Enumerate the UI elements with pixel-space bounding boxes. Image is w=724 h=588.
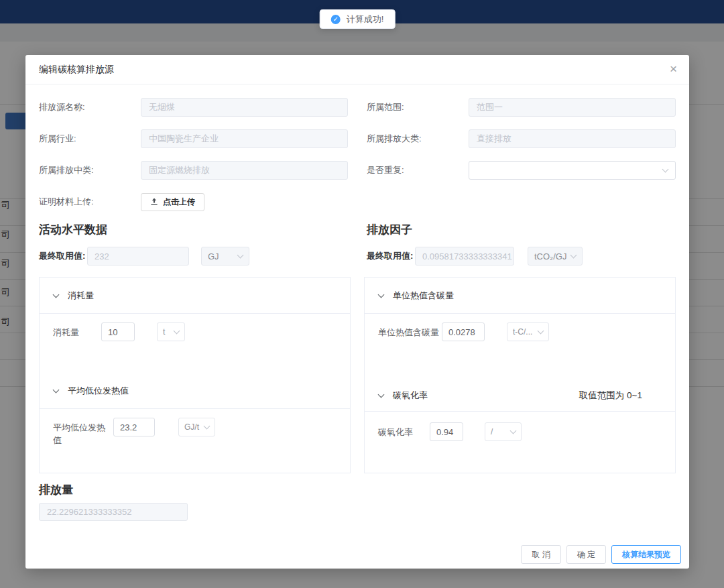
activity-data-heading: 活动水平数据	[39, 222, 348, 237]
chevron-down-icon	[237, 252, 244, 259]
chevron-down-icon	[378, 391, 385, 398]
activity-collapse: 消耗量 消耗量 t	[39, 277, 351, 473]
major-category-label: 所属排放大类:	[367, 133, 469, 145]
emission-amount-input: 22.229621333333352	[39, 503, 188, 521]
upload-label: 证明材料上传:	[39, 196, 141, 208]
oxidation-rate-input[interactable]	[430, 422, 463, 441]
collapse-title: 消耗量	[68, 290, 94, 302]
chevron-down-icon	[510, 428, 517, 434]
cancel-button[interactable]: 取 消	[521, 545, 560, 564]
major-category-input: 直接排放	[469, 129, 676, 148]
factor-final-row: 最终取用值: 0.09581733333333341 tCO₂/GJ	[367, 247, 676, 266]
consumption-unit-select[interactable]: t	[157, 322, 185, 341]
emission-factor-heading: 排放因子	[367, 222, 676, 237]
carbon-content-label: 单位热值含碳量	[378, 322, 442, 339]
chevron-down-icon	[174, 328, 180, 335]
source-name-label: 排放源名称:	[39, 101, 141, 113]
chevron-down-icon	[204, 423, 210, 430]
field-major-category: 所属排放大类: 直接排放	[367, 129, 676, 148]
dialog-footer: 取 消 确 定 核算结果预览	[521, 545, 681, 564]
mid-category-label: 所属排放中类:	[39, 164, 141, 176]
field-is-duplicate: 是否重复:	[367, 161, 676, 180]
factor-final-label: 最终取用值:	[367, 250, 415, 262]
chevron-down-icon	[570, 252, 577, 259]
source-name-input: 无烟煤	[141, 98, 348, 117]
dialog-title: 编辑碳核算排放源	[39, 64, 114, 76]
upload-button[interactable]: 点击上传	[141, 193, 204, 211]
oxidation-rate-hint: 取值范围为 0~1	[579, 390, 642, 402]
activity-final-label: 最终取用值:	[39, 250, 87, 262]
field-industry: 所属行业: 中国陶瓷生产企业	[39, 129, 348, 148]
collapse-header-heating-value[interactable]: 平均低位发热值	[40, 373, 350, 409]
factor-final-unit-select: tCO₂/GJ	[528, 247, 583, 266]
collapse-header-oxidation-rate[interactable]: 碳氧化率 取值范围为 0~1	[365, 379, 675, 412]
heating-value-input[interactable]	[113, 418, 155, 436]
industry-input: 中国陶瓷生产企业	[141, 129, 348, 148]
oxidation-rate-unit-select[interactable]: /	[485, 422, 522, 441]
dialog-header: 编辑碳核算排放源 ×	[25, 55, 689, 84]
oxidation-rate-label: 碳氧化率	[378, 422, 430, 438]
collapse-header-consumption[interactable]: 消耗量	[40, 278, 350, 314]
is-duplicate-label: 是否重复:	[367, 164, 469, 176]
activity-final-input: 232	[87, 247, 189, 266]
close-icon[interactable]: ×	[670, 61, 677, 77]
consumption-label: 消耗量	[53, 322, 101, 339]
industry-label: 所属行业:	[39, 133, 141, 145]
collapse-title: 单位热值含碳量	[393, 290, 454, 302]
chevron-down-icon	[378, 291, 385, 298]
chevron-down-icon	[53, 291, 60, 298]
collapse-title: 平均低位发热值	[68, 385, 129, 397]
result-preview-button[interactable]: 核算结果预览	[611, 545, 681, 564]
activity-final-row: 最终取用值: 232 GJ	[39, 247, 348, 266]
field-mid-category: 所属排放中类: 固定源燃烧排放	[39, 161, 348, 180]
check-circle-icon: ✓	[331, 15, 341, 24]
success-toast: ✓ 计算成功!	[320, 9, 396, 29]
confirm-button[interactable]: 确 定	[566, 545, 606, 564]
chevron-down-icon	[538, 328, 544, 335]
factor-final-input: 0.09581733333333341	[415, 247, 514, 266]
carbon-content-unit-select[interactable]: t-C/...	[507, 322, 549, 341]
toast-message: 计算成功!	[347, 13, 384, 25]
scope-input: 范围一	[469, 98, 676, 117]
collapse-header-carbon-content[interactable]: 单位热值含碳量	[365, 278, 675, 314]
is-duplicate-select[interactable]	[469, 161, 676, 180]
heating-value-unit-select[interactable]: GJ/t	[178, 418, 215, 436]
dialog-body: 排放源名称: 无烟煤 所属范围: 范围一 所属行业: 中国陶瓷生产企业 所属排放…	[25, 84, 689, 534]
carbon-content-input[interactable]	[442, 322, 485, 341]
field-upload: 证明材料上传: 点击上传	[39, 192, 676, 211]
field-scope: 所属范围: 范围一	[367, 98, 676, 117]
consumption-input[interactable]	[101, 322, 135, 341]
field-source-name: 排放源名称: 无烟煤	[39, 98, 348, 117]
edit-emission-source-dialog: 编辑碳核算排放源 × 排放源名称: 无烟煤 所属范围: 范围一 所属行业: 中国…	[25, 55, 689, 569]
heating-value-label: 平均低位发热值	[53, 418, 113, 447]
collapse-title: 碳氧化率	[393, 390, 428, 402]
upload-icon	[150, 198, 158, 206]
activity-final-unit-select: GJ	[201, 247, 249, 266]
scope-label: 所属范围:	[367, 101, 469, 113]
emission-amount-heading: 排放量	[39, 482, 676, 497]
mid-category-input: 固定源燃烧排放	[141, 161, 348, 180]
chevron-down-icon	[53, 386, 60, 393]
chevron-down-icon	[662, 166, 669, 173]
factor-collapse: 单位热值含碳量 单位热值含碳量 t-C/...	[364, 277, 676, 473]
